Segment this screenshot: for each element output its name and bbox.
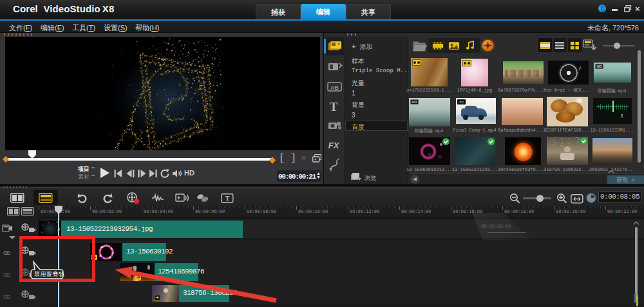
svg-text:T: T [225,195,230,202]
svg-text:AB: AB [330,84,339,91]
